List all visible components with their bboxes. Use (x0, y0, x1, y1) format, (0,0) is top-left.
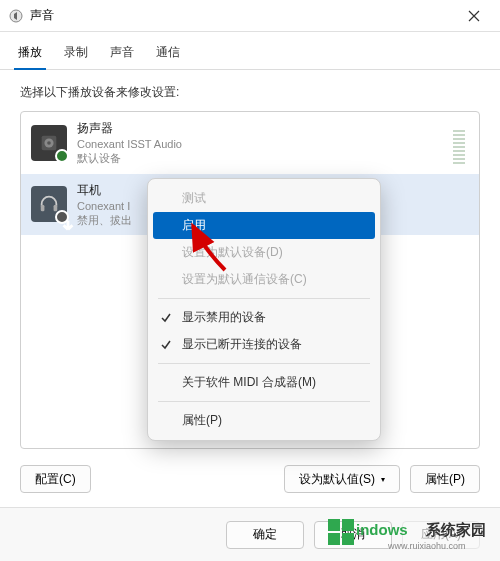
device-info: 扬声器 Conexant ISST Audio 默认设备 (77, 120, 443, 166)
menu-test: 测试 (148, 185, 380, 212)
svg-rect-4 (41, 205, 45, 211)
device-row-speaker[interactable]: 扬声器 Conexant ISST Audio 默认设备 (21, 112, 479, 174)
dialog-button-bar: 确定 取消 应用(A) (0, 507, 500, 561)
check-icon (160, 312, 172, 324)
window-title: 声音 (30, 7, 456, 24)
menu-set-default: 设置为默认设备(D) (148, 239, 380, 266)
title-bar: 声音 (0, 0, 500, 32)
status-ok-icon (55, 149, 69, 163)
menu-separator (158, 363, 370, 364)
menu-about-midi[interactable]: 关于软件 MIDI 合成器(M) (148, 369, 380, 396)
menu-show-disabled[interactable]: 显示禁用的设备 (148, 304, 380, 331)
device-name: 扬声器 (77, 120, 443, 137)
configure-button[interactable]: 配置(C) (20, 465, 91, 493)
level-meter (453, 122, 465, 164)
headphones-icon (31, 186, 67, 222)
cancel-button[interactable]: 取消 (314, 521, 392, 549)
menu-set-comm: 设置为默认通信设备(C) (148, 266, 380, 293)
sound-icon (8, 8, 24, 24)
chevron-down-icon: ▾ (381, 475, 385, 484)
ok-button[interactable]: 确定 (226, 521, 304, 549)
menu-label: 显示禁用的设备 (182, 309, 266, 326)
device-button-bar: 配置(C) 设为默认值(S) ▾ 属性(P) (20, 465, 480, 493)
tab-sounds[interactable]: 声音 (106, 38, 138, 69)
tab-bar: 播放 录制 声音 通信 (0, 32, 500, 70)
tab-recording[interactable]: 录制 (60, 38, 92, 69)
properties-button[interactable]: 属性(P) (410, 465, 480, 493)
tab-playback[interactable]: 播放 (14, 38, 46, 69)
device-desc: Conexant ISST Audio (77, 137, 443, 151)
status-down-icon (55, 210, 69, 224)
menu-enable[interactable]: 启用 (153, 212, 375, 239)
menu-separator (158, 401, 370, 402)
check-icon (160, 339, 172, 351)
speaker-icon (31, 125, 67, 161)
menu-show-disconnected[interactable]: 显示已断开连接的设备 (148, 331, 380, 358)
tab-communications[interactable]: 通信 (152, 38, 184, 69)
button-label: 设为默认值(S) (299, 471, 375, 488)
device-status: 默认设备 (77, 151, 443, 165)
menu-label: 显示已断开连接的设备 (182, 336, 302, 353)
context-menu: 测试 启用 设置为默认设备(D) 设置为默认通信设备(C) 显示禁用的设备 显示… (147, 178, 381, 441)
instruction-text: 选择以下播放设备来修改设置: (20, 84, 480, 101)
apply-button[interactable]: 应用(A) (402, 521, 480, 549)
menu-separator (158, 298, 370, 299)
set-default-button[interactable]: 设为默认值(S) ▾ (284, 465, 400, 493)
svg-point-3 (47, 141, 51, 145)
menu-properties[interactable]: 属性(P) (148, 407, 380, 434)
close-button[interactable] (456, 2, 492, 30)
close-icon (468, 10, 480, 22)
